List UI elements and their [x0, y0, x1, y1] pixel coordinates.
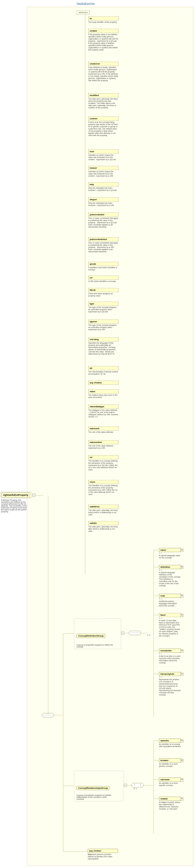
root-element[interactable]: rightsInfoExtProperty: [1, 493, 30, 497]
type-label: Flex2ExtPropType: [77, 2, 95, 5]
elem-remoteInfo-desc: A link to an item or a web resource whic…: [159, 655, 181, 664]
elem-name-box[interactable]: name+: [159, 548, 181, 552]
exp-hierarchyInfo[interactable]: +: [181, 673, 184, 676]
attr-uri-hdr[interactable]: uri: [88, 276, 119, 280]
attr-howuri-hdr[interactable]: howuri: [88, 166, 119, 170]
attr-whyuri-desc: Why the metadata has been included - exp…: [88, 202, 119, 207]
elem-narrower-box[interactable]: narrower+: [159, 777, 181, 782]
elem-related-box[interactable]: related+: [159, 797, 181, 801]
elem-remoteInfo-label: remoteInfo: [160, 649, 172, 652]
attr-creatoruri-hdr[interactable]: creatoruri: [88, 62, 119, 66]
exp-name[interactable]: +: [181, 549, 184, 552]
elem-hierarchyInfo: hierarchyInfo+ 0..∞ Represents the posit…: [159, 672, 181, 696]
attr-qcode-desc: A qualified code which identifies a conc…: [88, 267, 119, 271]
attr-anyother: any ##other: [88, 381, 119, 385]
attr-validto-hdr[interactable]: validto: [88, 521, 119, 525]
attr-whyuri-hdr[interactable]: whyuri: [88, 197, 119, 202]
elem-anyother-bottom-hdr[interactable]: any ##other: [88, 849, 118, 853]
h-defseq: [124, 633, 129, 633]
exp-related[interactable]: +: [181, 798, 184, 801]
attr-reluri-hdr[interactable]: reluri: [88, 480, 119, 484]
group-def: ConceptDefinitionGroup A group of proper…: [74, 618, 121, 649]
group-rel: ConceptRelationshipsGroup A group of pro…: [74, 771, 124, 801]
elem-facet-box[interactable]: facet+: [159, 613, 181, 617]
attr-pubconstrainturi-desc: One or many constraints that apply to pu…: [88, 242, 119, 253]
elem-broader: broader+ An identifier of a more generic…: [159, 758, 181, 767]
group-rel-label[interactable]: ConceptRelationshipsGroup: [76, 786, 109, 790]
relchildren-spine: [154, 741, 154, 834]
exp-definition[interactable]: +: [181, 566, 184, 569]
elem-remoteInfo-card: 0..∞: [159, 653, 181, 655]
h-to-defgroup: [63, 633, 74, 634]
attr-id-hdr[interactable]: id: [88, 17, 119, 21]
elem-definition-desc: A natural language definition of the sem…: [159, 571, 181, 587]
elem-note-desc: Additional natural language information …: [159, 600, 181, 607]
elem-related: related+ A related concept, where the re…: [159, 797, 181, 810]
elem-broader-box[interactable]: broader+: [159, 758, 181, 763]
attr-whyuri: whyuri Why the metadata has been include…: [88, 197, 119, 207]
type-link[interactable]: Flex2ExtPropType: [77, 2, 95, 5]
attr-typeuri-hdr[interactable]: typeuri: [88, 319, 119, 323]
elem-narrower-label: narrower: [160, 778, 170, 781]
attr-creator-hdr[interactable]: creator: [88, 29, 119, 33]
attr-literal-desc: A free-text value assigned as property v…: [88, 292, 119, 297]
attr-pubconstraint-desc: One or many constraints that apply to pu…: [88, 217, 119, 228]
attr-why-hdr[interactable]: why: [88, 182, 119, 186]
h-main-seq: [54, 715, 63, 715]
h-name: [154, 550, 159, 550]
attr-type-desc: The type of the concept assigned as cont…: [88, 306, 119, 313]
exp-note[interactable]: +: [181, 595, 184, 597]
group-def-label[interactable]: ConceptDefinitionGroup: [76, 634, 105, 638]
attr-anyother-hdr[interactable]: any ##other: [88, 381, 119, 385]
attr-valueunituri-desc: The unit of the value attribute - expres…: [88, 445, 119, 449]
attr-pubconstrainturi-hdr[interactable]: pubconstrainturi: [88, 237, 119, 241]
h-facet: [154, 615, 159, 615]
attr-valueunit-hdr[interactable]: valueunit: [88, 427, 119, 431]
attr-xmllang-hdr[interactable]: xml:lang: [88, 337, 119, 341]
attr-literal: literal A free-text value assigned as pr…: [88, 288, 119, 297]
group-def-desc: A group of properites required to define…: [76, 644, 115, 648]
attr-creator: creator If the property value is not def…: [88, 29, 119, 51]
attr-rel-hdr[interactable]: rel: [88, 455, 119, 459]
attr-valuedatatype-hdr[interactable]: valuedatatype: [88, 405, 119, 409]
attr-type-hdr[interactable]: type: [88, 302, 119, 306]
exp-narrower[interactable]: +: [181, 778, 184, 781]
h-hierarchyInfo: [154, 674, 159, 674]
attr-valueunituri-hdr[interactable]: valueunituri: [88, 440, 119, 444]
attr-creatoruri-desc: If the attribute is empty, specifies whi…: [88, 66, 119, 82]
attr-modified: modified The date (and, optionally, the …: [88, 93, 119, 109]
h-to-relgroup: [63, 786, 74, 786]
attr-modified-hdr[interactable]: modified: [88, 93, 119, 97]
elem-note-card: 0..∞: [159, 598, 181, 600]
elem-name: name+ 0..∞ A natural language name for t…: [159, 548, 181, 559]
attr-literal-hdr[interactable]: literal: [88, 288, 119, 292]
attr-xmllang-desc: Specifies the language of this property …: [88, 342, 119, 355]
attr-value-hdr[interactable]: value: [88, 390, 119, 394]
attr-how-hdr[interactable]: how: [88, 150, 119, 154]
h-root: [35, 495, 43, 496]
elem-hierarchyInfo-box[interactable]: hierarchyInfo+: [159, 672, 181, 676]
attr-pubconstraint-hdr[interactable]: pubconstraint: [88, 213, 119, 217]
elem-definition-box[interactable]: definition+: [159, 565, 181, 569]
elem-facet-label: facet: [160, 614, 166, 616]
attr-qcode-hdr[interactable]: qcode: [88, 262, 119, 266]
attr-custom-desc: If set to true the corresponding propert…: [88, 121, 119, 136]
elem-facet-card: 0..∞: [159, 617, 181, 619]
card-bottomwild: 0..∞: [88, 854, 92, 856]
elem-remoteInfo-box[interactable]: remoteInfo+: [159, 649, 181, 653]
exp-facet[interactable]: +: [181, 614, 184, 617]
attr-custom-hdr[interactable]: custom: [88, 117, 119, 121]
elem-name-desc: A natural language name for the concept.: [159, 555, 181, 559]
attr-validfrom-hdr[interactable]: validfrom: [88, 505, 119, 509]
attr-type: type The type of the concept assigned as…: [88, 302, 119, 313]
h-broader: [154, 760, 159, 761]
elem-sameAs-box[interactable]: sameAs+: [159, 739, 181, 743]
card-def-zero-one: 0..#: [147, 634, 151, 636]
exp-broader[interactable]: +: [181, 759, 184, 762]
elem-note-box[interactable]: note+: [159, 594, 181, 598]
exp-sameAs[interactable]: +: [181, 739, 184, 742]
spine-main: [48, 495, 48, 715]
attr-pubconstraint: pubconstraint One or many constraints th…: [88, 213, 119, 228]
exp-remoteInfo[interactable]: +: [181, 649, 184, 652]
attr-dir-hdr[interactable]: dir: [88, 366, 119, 370]
